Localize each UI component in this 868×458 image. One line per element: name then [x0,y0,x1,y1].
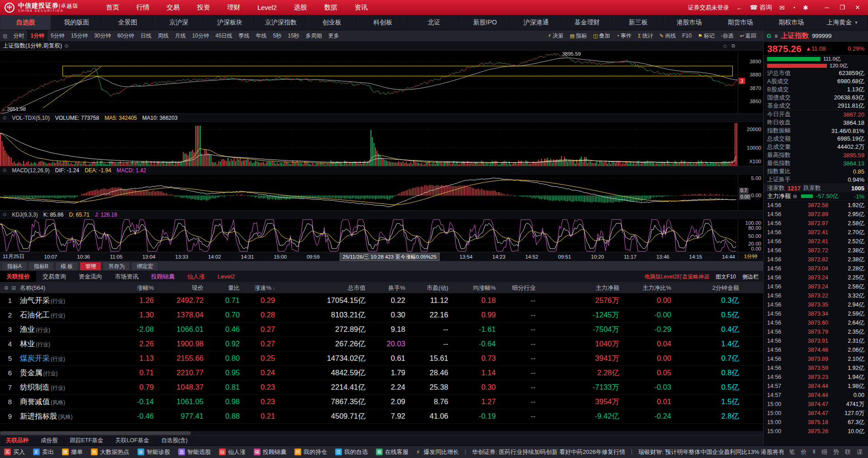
panel-letter-笔[interactable]: 笔 [789,448,795,456]
market-tab-全景图[interactable]: 全景图 [102,15,153,30]
table-row[interactable]: 7纺织制造(行业)0.791048.370.810.232214.41亿2.24… [0,380,763,395]
menu-item-数据[interactable]: 数据 [316,0,346,15]
menu-item-行情[interactable]: 行情 [128,0,158,15]
tick-row[interactable]: 14:563872.412.52亿 [764,237,868,246]
period-年线[interactable]: 年线 [253,30,270,41]
toolbar-button-我的自选[interactable]: 自我的自选 [331,446,372,458]
toolbar-button-卖出[interactable]: 卖卖出 [29,446,58,458]
popout-icon[interactable]: ⧉ [731,43,735,49]
tick-row[interactable]: 14:563873.792.35亿 [764,327,868,336]
menu-item-理财[interactable]: 理财 [218,0,249,15]
quote-tab-投顾锦囊[interactable]: 投顾锦囊 [145,271,181,282]
period-15分钟[interactable]: 15分钟 [68,30,91,41]
panel-letter-势[interactable]: 势 [833,448,839,456]
table-row[interactable]: 6贵金属(行业)0.712210.770.950.244842.59亿1.792… [0,366,763,380]
market-tab-新三板[interactable]: 新三板 [613,15,664,30]
tick-row[interactable]: 15:003874.47127.0万 [764,409,868,418]
indicator-tab-绑定宏[interactable]: 绑定宏 [131,262,158,271]
tick-row[interactable]: 14:563873.223.32亿 [764,291,868,300]
index-name[interactable]: 上证指数 [781,31,809,41]
news-headline[interactable]: 华创证券: 医药行业持续加码创新 看好中药2026年修复行情 [472,448,625,456]
tool-统计[interactable]: Σ统计 [635,32,656,40]
panel-menu-icon[interactable]: ≡ [774,33,778,39]
column-header-主力净额[interactable]: 主力净额 [542,284,626,292]
market-tab-基金理财[interactable]: 基金理财 [562,15,613,30]
market-tab-科创板[interactable]: 科创板 [357,15,408,30]
table-row[interactable]: 8商誉减值(风格)-0.141061.050.980.237867.35亿2.0… [0,395,763,409]
scrollbar-thumb[interactable] [0,431,191,435]
tool-叠加[interactable]: ◫叠加 [590,32,613,40]
login-status[interactable]: 证券交易未登录 [688,4,729,12]
period-分时[interactable]: 分时 [10,30,27,41]
tick-row[interactable]: 14:563872.581.92亿 [764,201,868,210]
bottom-tab-自选股(含)[interactable]: 自选股(含) [155,437,194,444]
tool-画线[interactable]: ✎画线 [656,32,679,40]
news-headline[interactable]: 瑞银财智: 预计明年整体中国企业盈利同比13% 港股将有双位数升幅 [638,448,783,456]
period-多周期[interactable]: 多周期 [303,30,325,41]
market-tab-自选股[interactable]: 自选股 [0,15,51,30]
toolbar-button-投顾锦囊[interactable]: 锦投顾锦囊 [250,446,290,458]
indicator-tab-另存为[interactable]: 另存为 [103,262,130,271]
quote-tab-资金流向[interactable]: 资金流向 [72,271,109,282]
period-60分钟[interactable]: 60分钟 [114,30,138,41]
quote-tab-Level2[interactable]: Level2 [211,271,241,282]
settings-gear-icon[interactable]: ⚙ [4,285,9,291]
period-10分钟[interactable]: 10分钟 [189,30,212,41]
toolbar-button-智能诊股[interactable]: 诊智能诊股 [133,446,174,458]
market-tab-期权市场[interactable]: 期权市场 [766,15,817,30]
tick-row[interactable]: 14:563872.722.38亿 [764,246,868,255]
quote-link-图文F10[interactable]: 图文F10 [716,273,736,281]
chart-title-dropdown-icon[interactable]: ⊙ [64,43,68,49]
tick-row[interactable]: 14:563874.462.06亿 [764,345,868,354]
period-label[interactable]: 1分钟 [738,253,763,260]
table-row[interactable]: 5煤炭开采(行业)1.132155.660.800.2514734.02亿0.6… [0,351,763,366]
tool-事件[interactable]: ◔事件 [613,32,635,40]
macd-indicator-name[interactable]: MACD(12,26,9) [12,167,49,174]
indicator-tab-指标A[interactable]: 指标A [2,262,27,271]
kdj-indicator-name[interactable]: KDJ(9,3,3) [12,212,38,218]
pane-collapse-icon[interactable]: ⊙ [3,115,6,120]
volume-chart-canvas[interactable] [0,122,738,166]
market-tab-新股IPO[interactable]: 新股IPO [460,15,511,30]
kdj-chart-canvas[interactable] [0,219,738,252]
column-header-量比[interactable]: 量比 [210,284,246,292]
toolbar-button-仙人涨[interactable]: 仙仙人涨 [215,446,250,458]
tick-row[interactable]: 14:563873.242.56亿 [764,282,868,291]
table-row[interactable]: 1油气开采(行业)1.262492.720.710.2917054.15亿0.2… [0,293,763,308]
price-chart-canvas[interactable] [0,51,738,113]
column-header-均涨幅%[interactable]: 均涨幅% [455,284,502,292]
tick-row[interactable]: 15:003875.1867.3亿 [764,418,868,427]
column-header-现价[interactable]: 现价 [160,284,210,292]
period-5分钟[interactable]: 5分钟 [47,30,68,41]
quote-tab-关联报价[interactable]: 关联报价 [0,271,36,282]
panel-letter-谋[interactable]: 谋 [857,448,863,456]
panel-letter-联[interactable]: 联 [845,448,851,456]
table-row[interactable]: 2石油化工(行业)1.301378.040.700.288103.21亿0.30… [0,308,763,322]
tick-row[interactable]: 14:563872.972.58亿 [764,219,868,228]
period-30分钟[interactable]: 30分钟 [91,30,114,41]
tick-row[interactable]: 14:563873.042.28亿 [764,264,868,273]
consult-button[interactable]: ☎ 咨询 [750,4,772,12]
horizontal-scrollbar[interactable] [0,431,763,435]
toolbar-button-智能选股[interactable]: 选智能选股 [174,446,215,458]
table-row[interactable]: 4林业(行业)2.261900.980.920.27267.26亿20.03--… [0,337,763,351]
tick-row[interactable]: 14:563873.242.25亿 [764,273,868,282]
column-header-换手%[interactable]: 换手% [372,284,412,292]
market-tab-创业板[interactable]: 创业板 [306,15,357,30]
period-月线[interactable]: 月线 [172,30,189,41]
column-header-name[interactable]: 名称(564) [20,284,115,292]
menu-item-投资[interactable]: 投资 [188,0,218,15]
period-15秒[interactable]: 15秒 [285,30,302,41]
diamond-icon[interactable]: ◇ [723,43,727,49]
column-header-细分行业[interactable]: 细分行业 [502,284,542,292]
quote-link-侧边栏[interactable]: 侧边栏 [742,273,759,281]
bottom-tab-关联LOF基金[interactable]: 关联LOF基金 [109,437,155,444]
quote-tab-交易查询[interactable]: 交易查询 [36,271,72,282]
market-tab-沪深板块[interactable]: 沪深板块 [204,15,256,30]
toolbar-button-买入[interactable]: 买买入 [0,446,29,458]
quote-tab-仙人涨[interactable]: 仙人涨 [181,271,211,282]
tool-返回[interactable]: ↩返回 [737,32,759,40]
layout-icon[interactable]: ▥ [0,33,10,39]
tick-row[interactable]: 14:563872.892.95亿 [764,210,868,219]
panel-letter-细[interactable]: 细 [821,448,827,456]
